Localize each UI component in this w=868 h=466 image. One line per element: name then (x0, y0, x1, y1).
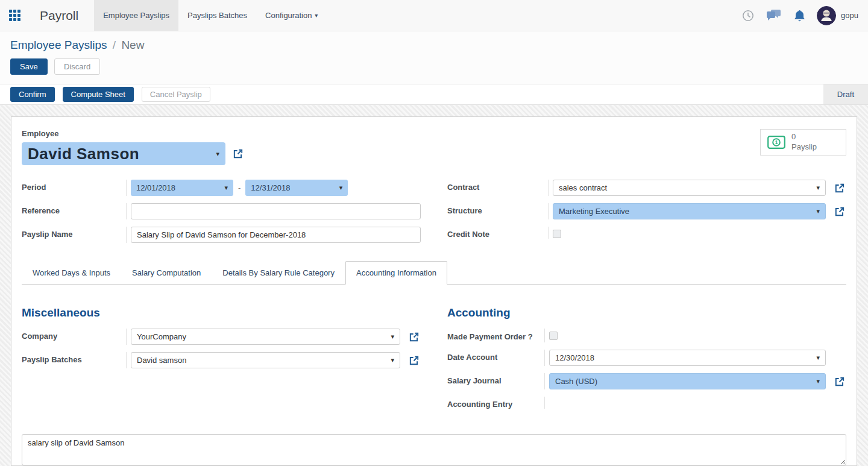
note-textarea[interactable]: salary slip of David Samson (22, 434, 846, 465)
confirm-button[interactable]: Confirm (10, 87, 55, 102)
employee-external-link-icon[interactable] (233, 148, 244, 159)
accounting-information-tab-content: Miscellaneous Company YourCompany ▾ Pays… (11, 285, 857, 409)
contract-label: Contract (447, 180, 549, 196)
breadcrumb-separator: / (110, 39, 118, 51)
navbar-right: gopu (730, 0, 868, 31)
menu-item-configuration[interactable]: Configuration ▾ (256, 0, 327, 31)
date-account-field[interactable]: 12/30/2018 ▾ (549, 350, 826, 366)
made-payment-order-checkbox[interactable] (549, 332, 558, 340)
activities-clock-icon[interactable] (742, 10, 754, 22)
accounting-entry-label: Accounting Entry (447, 397, 545, 409)
menu-item-employee-payslips[interactable]: Employee Payslips (94, 0, 178, 31)
tab-accounting-information[interactable]: Accounting Information (345, 261, 447, 285)
salary-journal-external-link-icon[interactable] (834, 376, 846, 387)
notebook-tabs: Worked Days & Inputs Salary Computation … (22, 261, 846, 285)
credit-note-label: Credit Note (447, 227, 549, 239)
cancel-payslip-button[interactable]: Cancel Payslip (142, 87, 210, 102)
chevron-down-icon: ▾ (816, 354, 820, 361)
reference-input[interactable] (131, 203, 421, 219)
form-sheet: Employee David Samson ▾ 1 0 Payslip (11, 116, 857, 466)
contract-external-link-icon[interactable] (834, 183, 846, 194)
section-title-miscellaneous: Miscellaneous (22, 306, 421, 320)
main-menu: Employee Payslips Payslips Batches Confi… (94, 0, 327, 31)
username-label[interactable]: gopu (841, 11, 858, 20)
top-navbar: Payroll Employee Payslips Payslips Batch… (0, 0, 868, 31)
payslip-name-input[interactable] (131, 227, 421, 243)
money-icon: 1 (767, 136, 785, 149)
employee-label: Employee (22, 129, 760, 138)
chevron-down-icon: ▾ (816, 184, 820, 191)
tab-details-by-salary-rule-category[interactable]: Details By Salary Rule Category (212, 261, 345, 285)
tab-salary-computation[interactable]: Salary Computation (121, 261, 212, 285)
right-field-group: Contract sales contract ▾ Structure Mark… (447, 180, 846, 243)
chevron-down-icon: ▾ (315, 12, 318, 19)
salary-journal-label: Salary Journal (447, 373, 545, 389)
user-avatar[interactable] (817, 6, 836, 25)
accounting-section: Accounting Made Payment Order ? Date Acc… (447, 306, 846, 409)
stat-label: Payslip (791, 142, 817, 151)
tab-worked-days-inputs[interactable]: Worked Days & Inputs (22, 261, 121, 285)
statusbar: Confirm Compute Sheet Cancel Payslip Dra… (0, 84, 868, 105)
chevron-down-icon: ▾ (816, 378, 820, 385)
left-field-group: Period 12/01/2018 ▾ - 12/31/2018 ▾ Refer… (22, 180, 421, 243)
breadcrumb-current: New (121, 39, 144, 51)
breadcrumb-parent-link[interactable]: Employee Payslips (10, 39, 107, 51)
stat-count: 0 (791, 132, 796, 141)
chevron-down-icon: ▾ (391, 333, 394, 340)
notifications-bell-icon[interactable] (793, 9, 806, 22)
miscellaneous-section: Miscellaneous Company YourCompany ▾ Pays… (22, 306, 421, 409)
employee-value: David Samson (28, 145, 139, 163)
period-label: Period (22, 180, 127, 196)
control-panel: Employee Payslips / New Save Discard (0, 31, 868, 84)
app-title: Payroll (29, 0, 94, 31)
messages-chat-icon[interactable] (766, 9, 781, 22)
chevron-down-icon: ▾ (216, 151, 219, 157)
accounting-entry-value (545, 397, 846, 409)
employee-field[interactable]: David Samson ▾ (22, 142, 225, 165)
structure-external-link-icon[interactable] (834, 206, 846, 217)
payslip-name-label: Payslip Name (22, 227, 127, 243)
payslip-batches-field[interactable]: David samson ▾ (131, 352, 400, 368)
breadcrumb: Employee Payslips / New (10, 39, 858, 52)
reference-label: Reference (22, 203, 127, 219)
structure-label: Structure (447, 203, 549, 219)
payslip-stat-button[interactable]: 1 0 Payslip (760, 129, 846, 156)
period-from-field[interactable]: 12/01/2018 ▾ (131, 180, 233, 196)
svg-text:1: 1 (775, 139, 778, 145)
chevron-down-icon: ▾ (339, 184, 343, 191)
contract-field[interactable]: sales contract ▾ (553, 180, 826, 196)
chevron-down-icon: ▾ (816, 208, 820, 215)
discard-button[interactable]: Discard (54, 58, 100, 75)
section-title-accounting: Accounting (447, 306, 846, 320)
company-label: Company (22, 329, 127, 345)
structure-field[interactable]: Marketing Executive ▾ (553, 203, 826, 219)
chevron-down-icon: ▾ (224, 184, 228, 191)
apps-grid-icon (9, 10, 20, 21)
company-external-link-icon[interactable] (409, 332, 421, 342)
period-separator: - (238, 183, 241, 192)
payslip-batches-external-link-icon[interactable] (409, 355, 421, 366)
payslip-batches-label: Payslip Batches (22, 352, 127, 368)
status-badge-draft: Draft (823, 84, 868, 104)
form-background: Employee David Samson ▾ 1 0 Payslip (0, 105, 868, 466)
apps-menu-button[interactable] (0, 0, 29, 31)
salary-journal-field[interactable]: Cash (USD) ▾ (549, 373, 826, 389)
credit-note-checkbox[interactable] (553, 230, 561, 238)
made-payment-order-label: Made Payment Order ? (447, 329, 545, 342)
date-account-label: Date Account (447, 350, 545, 366)
save-button[interactable]: Save (10, 58, 48, 75)
company-field[interactable]: YourCompany ▾ (131, 329, 400, 345)
menu-item-payslips-batches[interactable]: Payslips Batches (178, 0, 256, 31)
compute-sheet-button[interactable]: Compute Sheet (63, 87, 134, 102)
chevron-down-icon: ▾ (391, 357, 394, 364)
period-to-field[interactable]: 12/31/2018 ▾ (245, 180, 348, 196)
